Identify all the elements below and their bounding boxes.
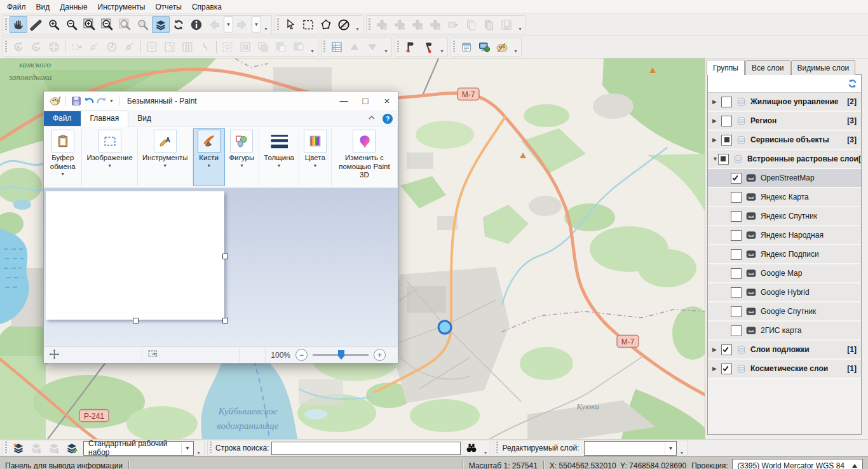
layers-visibility-tool[interactable]: [152, 16, 170, 33]
end-edge-tool[interactable]: [419, 38, 437, 55]
ribbon-group-4[interactable]: Фигуры▼: [225, 128, 260, 186]
find-button[interactable]: [463, 440, 480, 457]
menu-item-0[interactable]: Файл: [2, 1, 31, 13]
zoom-in-button[interactable]: +: [374, 349, 386, 361]
map-search-input[interactable]: [271, 442, 461, 455]
expand-icon[interactable]: ▶: [712, 118, 721, 124]
paint-tab-2[interactable]: Вид: [128, 111, 160, 126]
paint-canvas[interactable]: [46, 191, 224, 320]
workspace-new-button[interactable]: [10, 440, 27, 457]
layer-row[interactable]: Google Hybrid: [708, 283, 861, 302]
toolbar-grip[interactable]: [369, 18, 370, 31]
layer-row[interactable]: Яндекс Народная: [708, 226, 861, 245]
toolbar-overflow-button[interactable]: ▾: [438, 38, 445, 55]
ribbon-group-3[interactable]: Кисти▼: [193, 128, 225, 186]
layer-checkbox-unchecked[interactable]: [731, 306, 742, 317]
collapse-ribbon-icon[interactable]: [367, 112, 377, 125]
toolbar-overflow-button[interactable]: ▾: [482, 440, 489, 457]
layer-row[interactable]: Яндекс Подписи: [708, 245, 861, 264]
layer-checkbox-unchecked[interactable]: [731, 287, 742, 298]
maximize-button[interactable]: □: [355, 92, 376, 110]
layer-group-row[interactable]: ▼Встроенные растровые слои[9]: [708, 150, 861, 169]
menu-item-4[interactable]: Отчеты: [150, 1, 186, 13]
paint-window[interactable]: ▼ Безымянный - Paint — □ × ФайлГлавнаяВи…: [43, 91, 398, 364]
nav-forward-button-dropdown[interactable]: ▼: [252, 17, 261, 32]
help-button[interactable]: ?: [383, 114, 393, 124]
paint-title-bar[interactable]: ▼ Безымянный - Paint — □ ×: [44, 92, 398, 110]
save-button[interactable]: [70, 94, 83, 108]
menu-item-3[interactable]: Инструменты: [93, 1, 151, 13]
menu-item-5[interactable]: Справка: [187, 1, 227, 13]
zoom-out-button[interactable]: −: [295, 349, 308, 361]
toolbar-overflow-button[interactable]: ▾: [195, 440, 202, 457]
info-tool[interactable]: [187, 16, 205, 33]
layer-checkbox-checked[interactable]: [721, 364, 732, 374]
layer-row[interactable]: Яндекс Спутник: [708, 207, 861, 226]
resize-grip[interactable]: ⋰: [390, 357, 395, 363]
close-button[interactable]: ×: [376, 92, 398, 110]
layer-checkbox-unchecked[interactable]: [721, 97, 732, 107]
layer-checkbox-unchecked[interactable]: [731, 325, 742, 336]
select-rectangle-tool[interactable]: [299, 16, 317, 33]
undo-button[interactable]: [83, 94, 95, 108]
toolbar-overflow-button[interactable]: ▾: [512, 38, 519, 55]
toolbar-grip[interactable]: [5, 18, 7, 31]
resize-handle-right[interactable]: [222, 254, 228, 259]
layer-checkbox-unchecked[interactable]: [731, 211, 742, 222]
layer-checkbox-unchecked[interactable]: [731, 268, 742, 279]
zoom-out-tool[interactable]: [63, 16, 81, 33]
layers-panel-tab-2[interactable]: Видимые слои: [791, 60, 856, 75]
toolbar-overflow-button[interactable]: ▾: [678, 440, 685, 457]
layer-group-row[interactable]: ▶Регион[3]: [708, 112, 861, 131]
layer-checkbox-checked[interactable]: [731, 173, 742, 184]
paint-canvas-area[interactable]: [44, 188, 398, 346]
ribbon-group-0[interactable]: Буфер обмена▼: [44, 128, 82, 186]
projection-select[interactable]: (3395) World Mercator WGS 84: [732, 459, 864, 469]
layer-row[interactable]: Google Спутник: [708, 302, 861, 322]
select-polygon-tool[interactable]: [317, 16, 335, 33]
measure-tool[interactable]: [27, 16, 45, 33]
zoom-slider-thumb[interactable]: [338, 350, 344, 360]
redo-button[interactable]: [95, 94, 108, 108]
collapse-icon[interactable]: ▼: [712, 156, 718, 162]
layer-row[interactable]: Яндекс Карта: [708, 188, 861, 207]
zoom-window-out-tool[interactable]: [98, 16, 116, 33]
ribbon-group-7[interactable]: Изменить с помощью Paint 3D: [332, 128, 398, 186]
layers-search-input[interactable]: [711, 77, 843, 91]
toolbar-overflow-button[interactable]: ▾: [354, 16, 361, 33]
layer-row[interactable]: OpenStreetMap: [708, 169, 861, 188]
layer-group-row[interactable]: ▶Сервисные объекты[3]: [708, 131, 861, 150]
select-tool[interactable]: [281, 16, 299, 33]
toolbar-grip[interactable]: [277, 18, 279, 31]
refresh-layers-icon[interactable]: [847, 78, 858, 89]
expand-icon[interactable]: ▶: [712, 99, 721, 105]
ribbon-group-6[interactable]: Цвета▼: [299, 128, 332, 186]
layer-checkbox-unchecked[interactable]: [731, 192, 742, 203]
expand-icon[interactable]: ▶: [712, 346, 721, 353]
map-marker[interactable]: [438, 321, 451, 334]
clear-selection-tool[interactable]: [335, 16, 353, 33]
edit-layer-select[interactable]: ▼: [584, 441, 677, 456]
ribbon-group-2[interactable]: AИнструменты▼: [138, 128, 193, 186]
resize-handle-corner[interactable]: [222, 318, 228, 323]
workspace-select[interactable]: Стандартный рабочий набор ▼: [83, 441, 194, 456]
zoom-window-in-tool[interactable]: [81, 16, 98, 33]
toolbar-grip[interactable]: [323, 41, 325, 53]
layer-group-row[interactable]: ▶Косметические слои[1]: [708, 360, 861, 379]
layer-group-row[interactable]: ▶Жилищное управление[2]: [708, 93, 861, 112]
layer-checkbox-partial[interactable]: [718, 154, 729, 165]
toolbar-grip[interactable]: [5, 41, 7, 53]
nav-back-button-dropdown[interactable]: ▼: [224, 17, 233, 32]
ribbon-group-1[interactable]: Изображение▼: [82, 128, 137, 186]
menu-item-2[interactable]: Данные: [55, 1, 92, 13]
notes-tool[interactable]: [458, 38, 475, 55]
toolbar-grip[interactable]: [496, 442, 498, 454]
layer-row[interactable]: 2ГИС карта: [708, 322, 861, 341]
layer-group-row[interactable]: ▶Слои подложки[1]: [708, 341, 861, 360]
attributes-table-button[interactable]: [328, 38, 346, 55]
refresh-map-tool[interactable]: [170, 16, 187, 33]
map-properties-tool[interactable]: [475, 38, 493, 55]
layer-checkbox-unchecked[interactable]: [731, 230, 742, 241]
menu-item-1[interactable]: Вид: [31, 1, 55, 13]
layer-checkbox-partial[interactable]: [721, 135, 732, 146]
